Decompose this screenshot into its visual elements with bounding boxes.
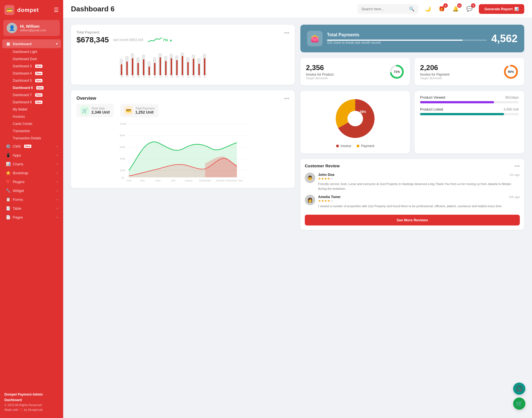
footer-copyright: © 2023 All Rights Reserved bbox=[4, 403, 59, 408]
svg-rect-17 bbox=[165, 61, 167, 75]
product-viewed-label: Product Viewed bbox=[420, 95, 445, 99]
sidebar-item-dashboard-light[interactable]: Dashboard Light bbox=[10, 48, 61, 55]
moon-icon: 🌙 bbox=[425, 6, 431, 12]
invoice-product-value: 2,356 bbox=[306, 63, 386, 72]
invoice-legend-dot bbox=[336, 145, 339, 147]
product-viewed-fill bbox=[420, 101, 494, 103]
invoice-payment-info: 2,206 Invoice for Payment Target 3k/mont… bbox=[420, 63, 500, 80]
overview-more-icon[interactable]: ••• bbox=[284, 96, 289, 102]
chevron-right-icon: › bbox=[57, 216, 58, 219]
svg-rect-5 bbox=[132, 58, 133, 75]
chevron-right-icon: › bbox=[57, 198, 58, 201]
svg-rect-25 bbox=[187, 62, 189, 75]
more-options-icon[interactable]: ••• bbox=[284, 30, 289, 36]
pie-chart: 62% 38% bbox=[333, 96, 377, 141]
overview-card-header: Overview ••• bbox=[76, 96, 289, 102]
reviewer-2-text: I viewed a number of properties with Jus… bbox=[318, 204, 520, 209]
user-info: Hi, William william@gmail.com bbox=[20, 24, 46, 32]
sidebar-item-dashboard-dark[interactable]: Dashboard Dark bbox=[10, 55, 61, 63]
sidebar-item-widget[interactable]: 🔧 Widget › bbox=[2, 186, 61, 195]
hamburger-icon[interactable]: ☰ bbox=[54, 7, 59, 13]
svg-text:August: August bbox=[185, 179, 193, 181]
generate-report-button[interactable]: Generate Report 📊 bbox=[479, 4, 524, 14]
svg-text:May: May bbox=[140, 179, 145, 181]
review-title: Customer Review bbox=[305, 163, 340, 169]
widget-icon: 🔧 bbox=[6, 188, 11, 193]
sidebar-item-dashboard-8[interactable]: Dashboard 8New bbox=[10, 99, 61, 106]
moon-button[interactable]: 🌙 bbox=[423, 4, 433, 14]
sidebar-item-forms[interactable]: 📋 Forms › bbox=[2, 195, 61, 204]
review-more-icon[interactable]: ••• bbox=[515, 163, 520, 169]
svg-text:14: 14 bbox=[165, 75, 168, 78]
sidebar-item-plugins[interactable]: ❤️ Plugins › bbox=[2, 177, 61, 186]
sidebar-item-charts[interactable]: 📊 Charts › bbox=[2, 160, 61, 168]
svg-text:800k: 800k bbox=[120, 134, 125, 137]
svg-text:19: 19 bbox=[193, 75, 195, 78]
gift-button[interactable]: 🎁 2 bbox=[437, 4, 447, 14]
sidebar-item-dashboard-7[interactable]: Dashboard 7New bbox=[10, 91, 61, 99]
sidebar-item-cardscenter[interactable]: Cards Center bbox=[10, 120, 61, 127]
product-listed-header: Product Listed 3,456 Unit bbox=[420, 107, 519, 111]
svg-text:06: 06 bbox=[121, 75, 123, 78]
plugins-icon: ❤️ bbox=[6, 179, 11, 184]
svg-rect-27 bbox=[193, 59, 194, 75]
headset-icon: 🎧 bbox=[516, 385, 523, 392]
product-listed-bar bbox=[420, 113, 519, 115]
review-header: Customer Review ••• bbox=[305, 163, 520, 169]
total-payment-value: $678,345 bbox=[76, 35, 109, 44]
legend-invoice: Invoice bbox=[336, 144, 351, 148]
invoice-product-pct: 71% bbox=[394, 70, 400, 73]
search-input[interactable] bbox=[361, 7, 407, 11]
bell-button[interactable]: 🔔 12 bbox=[451, 4, 461, 14]
sidebar-item-bootstrap[interactable]: ⭐ Bootstrap › bbox=[2, 168, 61, 177]
review-2-meta: Amelia Tuner 10h ago bbox=[318, 195, 520, 199]
cart-float-button[interactable]: 🛒 bbox=[513, 398, 525, 410]
invoice-payment-label: Invoice for Payment bbox=[420, 73, 500, 76]
total-payments-blue-card: 👛 Total Payments 431 more to break last … bbox=[300, 25, 524, 52]
sidebar-item-dashboard-5[interactable]: Dashboard 5New bbox=[10, 77, 61, 84]
svg-rect-29 bbox=[198, 64, 200, 75]
content: Total Payment $678,345 last month $563,4… bbox=[63, 18, 532, 418]
sidebar-item-transaction[interactable]: Transaction bbox=[10, 127, 61, 135]
sidebar-item-apps[interactable]: 📱 Apps › bbox=[2, 151, 61, 160]
svg-text:10: 10 bbox=[143, 75, 145, 78]
chat-button[interactable]: 💬 5 bbox=[464, 4, 474, 14]
svg-rect-3 bbox=[126, 61, 128, 75]
review-2-content: Amelia Tuner 10h ago ★★★★★ I viewed a nu… bbox=[318, 195, 520, 209]
product-viewed-value: 561/days bbox=[505, 96, 519, 99]
sidebar-item-dashboard-6[interactable]: Dashboard 6New bbox=[10, 84, 61, 91]
reviewer-2-time: 10h ago bbox=[509, 195, 520, 199]
user-email: william@gmail.com bbox=[20, 29, 46, 32]
svg-text:09: 09 bbox=[137, 75, 140, 78]
sidebar-item-table[interactable]: 📑 Table › bbox=[2, 204, 61, 213]
user-section[interactable]: 👤 Hi, William william@gmail.com bbox=[3, 20, 60, 36]
sidebar-item-mywallet[interactable]: My Wallet bbox=[10, 106, 61, 113]
search-box[interactable]: 🔍 bbox=[357, 4, 418, 14]
sidebar-item-dashboard-4[interactable]: Dashboard 4New bbox=[10, 70, 61, 77]
svg-text:62%: 62% bbox=[348, 118, 355, 122]
sidebar-item-transaction-details[interactable]: Transaction Details bbox=[10, 135, 61, 142]
svg-text:18: 18 bbox=[187, 75, 190, 78]
header-icons: 🌙 🎁 2 🔔 12 💬 5 bbox=[423, 4, 474, 14]
sidebar-item-dashboard-3[interactable]: Dashboard 3New bbox=[10, 63, 61, 70]
sidebar-item-cms[interactable]: ⚙️ CMS New › bbox=[2, 142, 61, 151]
chat-badge: 5 bbox=[471, 3, 475, 8]
svg-text:13: 13 bbox=[159, 75, 162, 78]
sidebar-item-invoices[interactable]: Invoices bbox=[10, 113, 61, 120]
trend-indicator: 7% ▲ bbox=[148, 37, 173, 43]
reviewer-1-text: Friendly service Josh, Lunar and everyon… bbox=[318, 182, 520, 191]
chevron-down-icon: ▾ bbox=[56, 42, 58, 46]
total-payment-title: Total Payment bbox=[76, 30, 173, 34]
support-float-button[interactable]: 🎧 bbox=[513, 383, 525, 395]
see-more-reviews-button[interactable]: See More Reviews bbox=[305, 215, 520, 225]
pages-icon: 📄 bbox=[6, 215, 11, 219]
total-payment-stat-value: 1,252 Unit bbox=[135, 110, 155, 114]
invoice-payment-pct: 90% bbox=[508, 70, 514, 73]
nav-item-dashboard[interactable]: ▦ Dashboard ▾ bbox=[2, 39, 61, 48]
reviewer-1-avatar: 👨 bbox=[305, 173, 315, 183]
sidebar-item-pages[interactable]: 📄 Pages › bbox=[2, 213, 61, 222]
product-viewed-bar bbox=[420, 101, 519, 103]
invoice-row: 2,356 Invoice for Product Target 3k/mont… bbox=[300, 58, 524, 85]
svg-text:38%: 38% bbox=[359, 110, 366, 114]
svg-text:July: July bbox=[171, 179, 176, 181]
